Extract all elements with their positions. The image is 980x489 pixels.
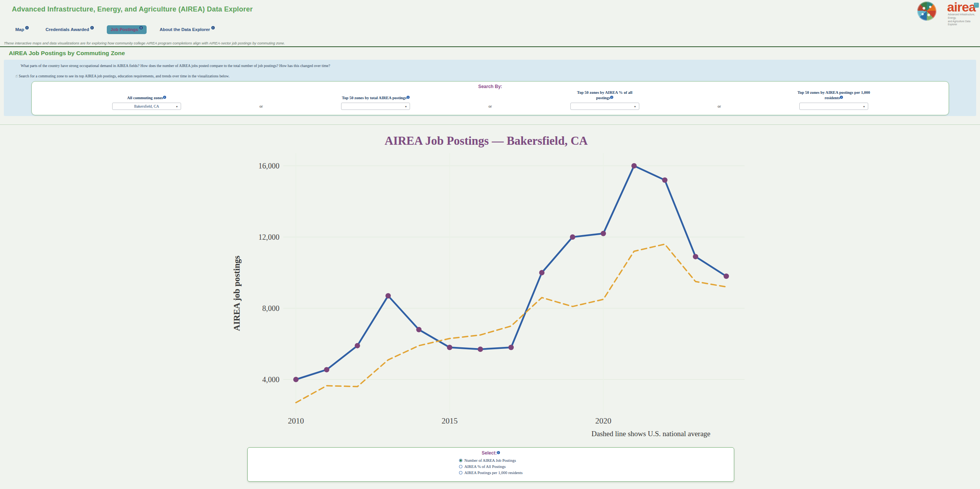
svg-text:8,000: 8,000 [262, 304, 279, 312]
info-icon[interactable]: i [840, 96, 843, 99]
section-question: What parts of the country have strong oc… [21, 64, 330, 68]
radio-label: AIREA Postings per 1,000 residents [464, 471, 523, 475]
tab-credentials-awarded[interactable]: Credentials Awardedi [42, 25, 98, 34]
tab-map-label: Map [15, 27, 24, 32]
label-text: All commuting zones [127, 96, 163, 100]
tab-job-postings-label: Job Postings [111, 27, 138, 32]
svg-text:2020: 2020 [595, 416, 611, 425]
caret-down-icon [176, 105, 178, 108]
divider [0, 46, 980, 47]
radio-button-icon[interactable] [459, 471, 462, 474]
info-icon[interactable]: i [610, 96, 613, 99]
radio-button-icon[interactable] [459, 465, 462, 468]
svg-text:4,000: 4,000 [262, 375, 279, 384]
top50-total-label: Top 50 zones by total AIREA postingsi [342, 95, 410, 101]
info-icon[interactable]: i [211, 26, 215, 29]
svg-text:Dashed line shows U.S. nationa: Dashed line shows U.S. national average [591, 430, 710, 438]
search-group-percent-postings: Top 50 zones by AIREA % of all postingsi [524, 88, 685, 113]
info-icon[interactable]: i [497, 451, 500, 454]
logo-wordmark: airea [947, 0, 975, 15]
label-text: Top 50 zones by AIREA % of all postings [577, 90, 632, 100]
top50-percent-dropdown[interactable] [570, 103, 639, 110]
logo-caption-line1: Advanced Infrastructure, Energy, [948, 13, 978, 20]
hand-pointer-icon: ☝ [15, 74, 18, 78]
chart-title: AIREA Job Postings — Bakersfield, CA [230, 134, 743, 148]
svg-text:AIREA job postings: AIREA job postings [232, 256, 242, 331]
logo-caption-line2: and Agriculture Data Explorer [948, 20, 978, 27]
info-icon[interactable]: i [25, 26, 29, 29]
info-icon[interactable]: i [139, 26, 143, 29]
info-icon[interactable]: i [90, 26, 94, 29]
tab-bar: Mapi Credentials Awardedi Job Postingsi … [11, 25, 219, 34]
intro-text: These interactive maps and data visualiz… [4, 41, 285, 45]
svg-text:12,000: 12,000 [258, 233, 279, 241]
page-title: Advanced Infrastructure, Energy, and Agr… [12, 5, 253, 13]
search-group-all-zones: All commuting zonesi Bakersfield, CA [66, 88, 227, 113]
or-separator: or [456, 88, 524, 113]
select-panel: Select:i Number of AIREA Job Postings AI… [247, 447, 734, 482]
label-text: Top 50 zones by AIREA postings per 1,000… [797, 90, 870, 100]
svg-text:2015: 2015 [442, 416, 458, 425]
radio-per-1000-residents[interactable]: AIREA Postings per 1,000 residents [459, 469, 523, 476]
or-separator: or [227, 88, 295, 113]
chart-svg: 4,0008,00012,00016,000201020152020AIREA … [230, 150, 766, 445]
caret-down-icon [634, 105, 636, 108]
instruction-text: Search for a commuting zone to see its t… [19, 74, 229, 78]
radio-label: AIREA % of All Postings [464, 464, 506, 469]
logo-caption: Advanced Infrastructure, Energy, and Agr… [948, 13, 978, 26]
tab-map[interactable]: Mapi [11, 25, 33, 34]
commuting-zone-value: Bakersfield, CA [134, 104, 159, 108]
search-group-per-1000: Top 50 zones by AIREA postings per 1,000… [753, 88, 914, 113]
search-group-total-postings: Top 50 zones by total AIREA postingsi [295, 88, 456, 113]
airea-logo: airea Advanced Infrastructure, Energy, a… [917, 1, 978, 21]
or-separator: or [685, 88, 753, 113]
search-row: All commuting zonesi Bakersfield, CA or … [32, 88, 949, 113]
section-instruction: ☝Search for a commuting zone to see its … [15, 74, 229, 78]
metric-radio-group: Number of AIREA Job Postings AIREA % of … [459, 457, 523, 476]
divider [0, 124, 980, 125]
caret-down-icon [863, 105, 865, 108]
radio-label: Number of AIREA Job Postings [464, 458, 516, 463]
radio-button-icon[interactable] [459, 459, 462, 462]
info-icon[interactable]: i [163, 96, 166, 99]
airea-globe-icon [917, 2, 936, 21]
all-commuting-zones-label: All commuting zonesi [127, 95, 166, 101]
tab-about-label: About the Data Explorer [160, 27, 210, 32]
section-heading: AIREA Job Postings by Commuting Zone [9, 50, 125, 57]
caret-down-icon [405, 105, 407, 108]
commuting-zone-dropdown[interactable]: Bakersfield, CA [112, 103, 181, 110]
label-text: Top 50 zones by total AIREA postings [342, 96, 407, 100]
tab-job-postings[interactable]: Job Postingsi [107, 25, 147, 34]
search-panel: Search By: All commuting zonesi Bakersfi… [31, 81, 949, 115]
select-title: Select: [482, 450, 497, 456]
logo-square-icon [974, 3, 979, 8]
top50-percent-label: Top 50 zones by AIREA % of all postingsi [570, 90, 639, 101]
svg-text:2010: 2010 [288, 416, 304, 425]
search-section: What parts of the country have strong oc… [4, 60, 976, 116]
info-icon[interactable]: i [407, 96, 410, 99]
top50-per1000-label: Top 50 zones by AIREA postings per 1,000… [797, 90, 870, 101]
top50-per1000-dropdown[interactable] [799, 103, 868, 110]
svg-text:16,000: 16,000 [258, 162, 279, 170]
top50-total-dropdown[interactable] [341, 103, 410, 110]
radio-number-of-postings[interactable]: Number of AIREA Job Postings [459, 457, 523, 463]
radio-percent-of-postings[interactable]: AIREA % of All Postings [459, 463, 523, 469]
tab-about-data-explorer[interactable]: About the Data Exploreri [156, 25, 219, 34]
tab-credentials-label: Credentials Awarded [46, 27, 89, 32]
